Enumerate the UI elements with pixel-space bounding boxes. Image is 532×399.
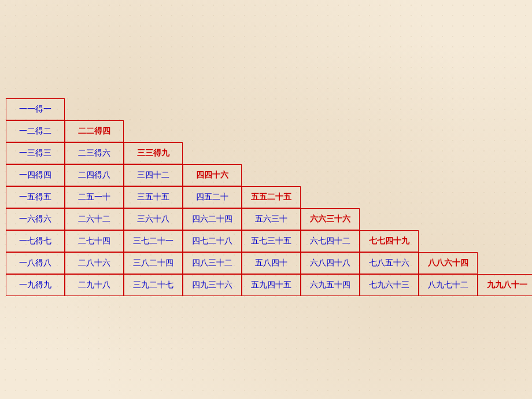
cell-9-1: 一九得九	[6, 274, 65, 296]
cell-7-4: 四七二十八	[183, 230, 242, 252]
cell-1-1: 一一得一	[6, 98, 65, 120]
table-row-2: 一二得二二二得四	[6, 120, 532, 142]
cell-8-4: 四八三十二	[183, 252, 242, 274]
cell-5-4: 四五二十	[183, 186, 242, 208]
cell-7-7: 七七四十九	[360, 230, 419, 252]
cell-5-5: 五五二十五	[242, 186, 301, 208]
cell-3-2: 二三得六	[65, 142, 124, 164]
cell-9-7: 七九六十三	[360, 274, 419, 296]
table-row-9: 一九得九二九十八三九二十七四九三十六五九四十五六九五十四七九六十三八九七十二九九…	[6, 274, 532, 296]
cell-9-8: 八九七十二	[419, 274, 478, 296]
cell-9-3: 三九二十七	[124, 274, 183, 296]
cell-7-6: 六七四十二	[301, 230, 360, 252]
cell-5-3: 三五十五	[124, 186, 183, 208]
cell-3-1: 一三得三	[6, 142, 65, 164]
multiplication-table: 一一得一一二得二二二得四一三得三二三得六三三得九一四得四二四得八三四十二四四十六…	[6, 98, 532, 296]
cell-6-1: 一六得六	[6, 208, 65, 230]
cell-4-3: 三四十二	[124, 164, 183, 186]
cell-2-2: 二二得四	[65, 120, 124, 142]
cell-4-4: 四四十六	[183, 164, 242, 186]
table-row-7: 一七得七二七十四三七二十一四七二十八五七三十五六七四十二七七四十九	[6, 230, 532, 252]
table-row-1: 一一得一	[6, 98, 532, 120]
cell-7-5: 五七三十五	[242, 230, 301, 252]
cell-7-1: 一七得七	[6, 230, 65, 252]
table-row-4: 一四得四二四得八三四十二四四十六	[6, 164, 532, 186]
cell-5-2: 二五一十	[65, 186, 124, 208]
cell-4-1: 一四得四	[6, 164, 65, 186]
table-row-5: 一五得五二五一十三五十五四五二十五五二十五	[6, 186, 532, 208]
cell-8-7: 七八五十六	[360, 252, 419, 274]
cell-9-6: 六九五十四	[301, 274, 360, 296]
cell-9-9: 九九八十一	[478, 274, 532, 296]
cell-6-6: 六六三十六	[301, 208, 360, 230]
cell-7-2: 二七十四	[65, 230, 124, 252]
cell-8-5: 五八四十	[242, 252, 301, 274]
table-row-6: 一六得六二六十二三六十八四六二十四五六三十六六三十六	[6, 208, 532, 230]
table-row-8: 一八得八二八十六三八二十四四八三十二五八四十六八四十八七八五十六八八六十四	[6, 252, 532, 274]
cell-8-1: 一八得八	[6, 252, 65, 274]
cell-8-6: 六八四十八	[301, 252, 360, 274]
cell-3-3: 三三得九	[124, 142, 183, 164]
cell-7-3: 三七二十一	[124, 230, 183, 252]
cell-8-3: 三八二十四	[124, 252, 183, 274]
cell-8-2: 二八十六	[65, 252, 124, 274]
cell-6-4: 四六二十四	[183, 208, 242, 230]
cell-6-3: 三六十八	[124, 208, 183, 230]
cell-5-1: 一五得五	[6, 186, 65, 208]
cell-8-8: 八八六十四	[419, 252, 478, 274]
cell-9-2: 二九十八	[65, 274, 124, 296]
cell-9-4: 四九三十六	[183, 274, 242, 296]
table-row-3: 一三得三二三得六三三得九	[6, 142, 532, 164]
cell-6-2: 二六十二	[65, 208, 124, 230]
cell-9-5: 五九四十五	[242, 274, 301, 296]
cell-4-2: 二四得八	[65, 164, 124, 186]
cell-2-1: 一二得二	[6, 120, 65, 142]
cell-6-5: 五六三十	[242, 208, 301, 230]
